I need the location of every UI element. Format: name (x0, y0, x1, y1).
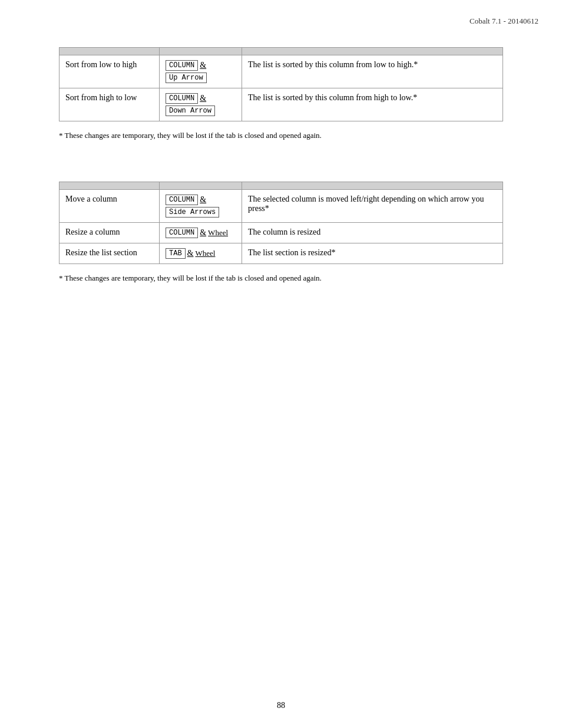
column-key: COLUMN (166, 93, 198, 104)
description-text: The selected column is moved left/right … (248, 195, 484, 213)
table-row: Sort from high to low COLUMN & Down Arro… (59, 88, 503, 121)
action-label: Resize a column (65, 228, 120, 236)
key-line-2: Down Arrow (166, 106, 236, 116)
header-title: Cobalt 7.1 - 20140612 (470, 17, 538, 25)
description-text: The list is sorted by this column from l… (248, 60, 418, 69)
keys-cell: COLUMN & Down Arrow (160, 88, 242, 121)
sorting-table: Sort from low to high COLUMN & Up Arrow (59, 47, 503, 121)
action-cell: Move a column (59, 190, 160, 223)
key-line-1: COLUMN & (166, 195, 236, 205)
key-combo-line: TAB & Wheel (166, 248, 236, 259)
column-key: COLUMN (166, 60, 198, 71)
action-cell: Sort from low to high (59, 55, 160, 88)
wheel-label: Wheel (196, 249, 216, 258)
table-row: Resize the list section TAB & Wheel The … (59, 243, 503, 264)
action-label: Move a column (65, 195, 117, 203)
key-line-2: Side Arrows (166, 207, 236, 218)
key-line-1: COLUMN & (166, 60, 236, 71)
column-table: Move a column COLUMN & Side Arrows The (59, 182, 503, 264)
key-combo-line: COLUMN & Wheel (166, 228, 236, 238)
column-key: COLUMN (166, 228, 198, 238)
col-header-3 (242, 182, 503, 190)
key-combo-stack: COLUMN & Up Arrow (166, 60, 236, 83)
description-text: The column is resized (248, 228, 320, 236)
col-header-1 (59, 182, 160, 190)
description-cell: The list section is resized* (242, 243, 503, 264)
amp-symbol: & (187, 249, 194, 258)
action-label: Sort from low to high (65, 60, 137, 69)
action-label: Resize the list section (65, 248, 137, 257)
tab-key: TAB (166, 248, 186, 259)
amp-symbol: & (200, 228, 206, 238)
amp-symbol: & (200, 94, 206, 103)
table1-footnote: * These changes are temporary, they will… (59, 131, 503, 140)
col-header-2 (160, 182, 242, 190)
wheel-label: Wheel (208, 228, 228, 238)
key-line-1: COLUMN & (166, 93, 236, 104)
description-text: The list is sorted by this column from h… (248, 93, 417, 102)
key-line-2: Up Arrow (166, 73, 236, 83)
table-row: Resize a column COLUMN & Wheel The colum… (59, 223, 503, 243)
arrow-key: Side Arrows (166, 207, 219, 218)
arrow-key: Up Arrow (166, 73, 207, 83)
keys-cell: TAB & Wheel (160, 243, 242, 264)
description-cell: The column is resized (242, 223, 503, 243)
action-label: Sort from high to low (65, 93, 137, 102)
description-text: The list section is resized* (248, 248, 336, 257)
arrow-key: Down Arrow (166, 106, 215, 116)
description-cell: The selected column is moved left/right … (242, 190, 503, 223)
keys-cell: COLUMN & Side Arrows (160, 190, 242, 223)
action-cell: Resize a column (59, 223, 160, 243)
key-combo-stack: COLUMN & Down Arrow (166, 93, 236, 116)
column-key: COLUMN (166, 195, 198, 205)
col-header-1 (59, 48, 160, 55)
amp-symbol: & (200, 195, 206, 205)
page-header: Cobalt 7.1 - 20140612 (470, 17, 538, 26)
key-combo-stack: COLUMN & Side Arrows (166, 195, 236, 218)
description-cell: The list is sorted by this column from l… (242, 55, 503, 88)
table-row: Move a column COLUMN & Side Arrows The (59, 190, 503, 223)
keys-cell: COLUMN & Up Arrow (160, 55, 242, 88)
page-number: 88 (59, 701, 503, 710)
table-row: Sort from low to high COLUMN & Up Arrow (59, 55, 503, 88)
table2-footnote: * These changes are temporary, they will… (59, 274, 503, 283)
keys-cell: COLUMN & Wheel (160, 223, 242, 243)
action-cell: Resize the list section (59, 243, 160, 264)
col-header-2 (160, 48, 242, 55)
amp-symbol: & (200, 61, 206, 70)
action-cell: Sort from high to low (59, 88, 160, 121)
col-header-3 (242, 48, 503, 55)
description-cell: The list is sorted by this column from h… (242, 88, 503, 121)
